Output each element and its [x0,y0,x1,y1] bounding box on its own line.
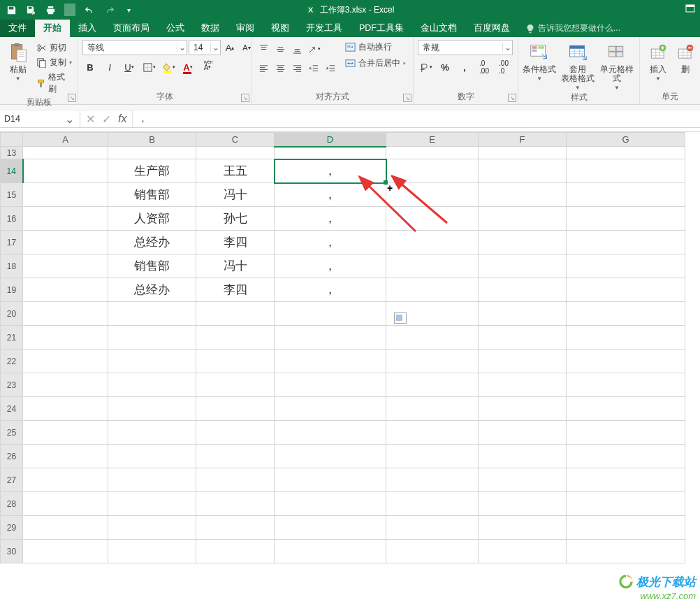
cell-A23[interactable] [23,373,108,397]
cell-D20[interactable] [275,302,386,326]
cell-styles-button[interactable]: 单元格样式▼ [599,40,635,91]
cell-C16[interactable]: 孙七 [196,207,275,231]
cell-A24[interactable] [23,397,108,421]
cell-G22[interactable] [567,350,685,373]
cell-C26[interactable] [196,445,275,468]
cell-G15[interactable] [567,183,685,207]
cell-F20[interactable] [479,302,567,326]
cell-C18[interactable]: 冯十 [196,254,275,278]
cell-D25[interactable] [275,421,386,445]
tab-file[interactable]: 文件 [0,20,35,37]
row-header-16[interactable]: 16 [1,207,23,231]
font-size-combo[interactable]: 14⌄ [189,40,221,55]
ribbon-display-options-icon[interactable] [685,3,696,14]
cell-F25[interactable] [479,421,567,445]
cell-E29[interactable] [386,516,479,540]
cell-C27[interactable] [196,468,275,492]
cell-F14[interactable] [479,159,567,183]
wrap-text-button[interactable]: ab 自动换行 [344,41,407,54]
cell-B27[interactable] [108,468,196,492]
cell-E17[interactable] [386,231,479,254]
clipboard-dialog-launcher[interactable]: ↘ [68,94,76,102]
cell-E13[interactable] [386,147,479,159]
cell-E27[interactable] [386,468,479,492]
row-header-26[interactable]: 26 [1,445,23,468]
undo-icon[interactable] [84,4,95,15]
delete-cells-button[interactable]: 删 [675,40,696,74]
cell-G14[interactable] [567,159,685,183]
column-header-A[interactable]: A [23,133,108,147]
merge-center-button[interactable]: 合并后居中▾ [344,57,407,70]
tab-insert[interactable]: 插入 [70,20,105,37]
tab-home[interactable]: 开始 [35,20,70,37]
paste-button[interactable]: 粘贴 ▼ [4,40,32,82]
redo-icon[interactable] [103,4,115,15]
row-header-23[interactable]: 23 [1,373,23,397]
align-top-icon[interactable] [256,41,271,57]
cell-E21[interactable] [386,326,479,350]
row-header-25[interactable]: 25 [1,421,23,445]
decrease-indent-icon[interactable] [306,61,321,76]
cell-D16[interactable]: ， [275,207,386,231]
cell-B17[interactable]: 总经办 [108,231,196,254]
cell-A19[interactable] [23,278,108,302]
cancel-icon[interactable]: ✕ [86,113,95,126]
copy-button[interactable]: 复制▾ [35,56,74,69]
row-header-29[interactable]: 29 [1,516,23,540]
cell-A18[interactable] [23,254,108,278]
cell-F22[interactable] [479,350,567,373]
cell-D22[interactable] [275,350,386,373]
italic-button[interactable]: I [102,59,117,75]
cell-C15[interactable]: 冯十 [196,183,275,207]
cell-D27[interactable] [275,468,386,492]
cell-E22[interactable] [386,350,479,373]
print-icon[interactable] [45,4,56,15]
cell-E16[interactable] [386,207,479,231]
column-header-E[interactable]: E [386,133,479,147]
cell-E14[interactable] [386,159,479,183]
cell-A26[interactable] [23,445,108,468]
name-box-dropdown-icon[interactable]: ⌄ [63,113,75,126]
cell-C29[interactable] [196,516,275,540]
cell-E26[interactable] [386,445,479,468]
fill-color-button[interactable]: ▾ [161,59,176,75]
cell-B14[interactable]: 生产部 [108,159,196,183]
number-format-combo[interactable]: 常规⌄ [418,40,513,55]
cell-B30[interactable] [108,540,196,563]
cell-D29[interactable] [275,516,386,540]
cell-G13[interactable] [567,147,685,159]
cell-C14[interactable]: 王五 [196,159,275,183]
cell-E25[interactable] [386,421,479,445]
cell-A28[interactable] [23,492,108,516]
cell-A15[interactable] [23,183,108,207]
row-header-27[interactable]: 27 [1,468,23,492]
save-as-icon[interactable] [25,4,36,15]
align-middle-icon[interactable] [272,41,288,57]
font-color-button[interactable]: A▾ [180,59,196,75]
comma-format-icon[interactable]: , [457,59,472,75]
font-name-combo[interactable]: 等线⌄ [82,40,187,55]
cell-F15[interactable] [479,183,567,207]
align-left-icon[interactable] [256,61,271,76]
cell-B26[interactable] [108,445,196,468]
cell-E23[interactable] [386,373,479,397]
cell-A14[interactable] [23,159,108,183]
tab-view[interactable]: 视图 [263,20,298,37]
bold-button[interactable]: B [82,59,98,75]
cell-G18[interactable] [567,254,685,278]
cell-D13[interactable] [275,147,386,159]
cell-G17[interactable] [567,231,685,254]
cell-B24[interactable] [108,397,196,421]
cell-B22[interactable] [108,350,196,373]
cell-E15[interactable] [386,183,479,207]
tab-page-layout[interactable]: 页面布局 [105,20,158,37]
cell-A29[interactable] [23,516,108,540]
cell-G30[interactable] [567,540,685,563]
cell-G28[interactable] [567,492,685,516]
orientation-icon[interactable]: ▾ [306,41,321,57]
row-header-21[interactable]: 21 [1,326,23,350]
row-header-18[interactable]: 18 [1,254,23,278]
cell-B21[interactable] [108,326,196,350]
row-header-22[interactable]: 22 [1,350,23,373]
cell-D19[interactable]: ， [275,278,386,302]
